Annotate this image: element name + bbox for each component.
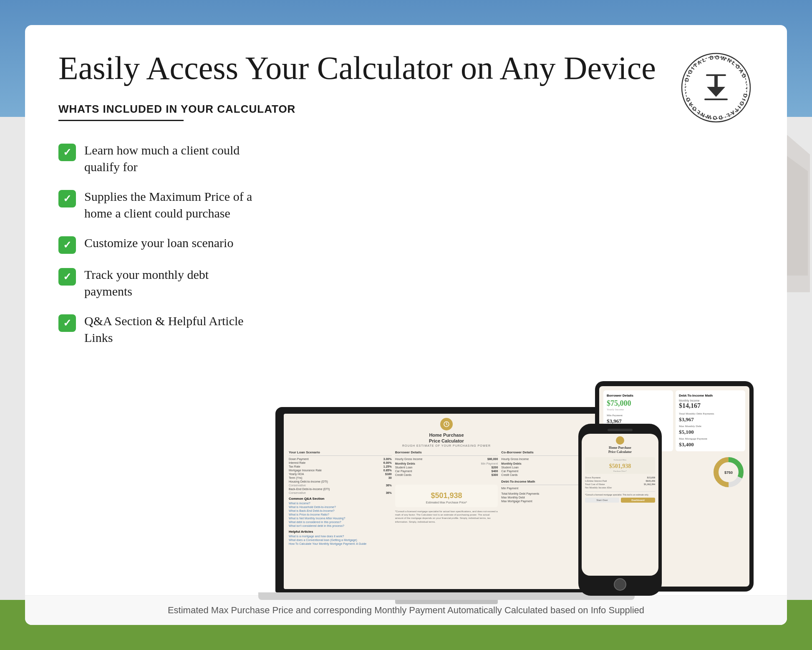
main-headline: Easily Access Your Calculator on Any Dev… bbox=[58, 50, 670, 86]
top-section: Easily Access Your Calculator on Any Dev… bbox=[58, 50, 754, 138]
loan-section: Your Loan Scenario Down Payment3.00% Int… bbox=[289, 450, 392, 546]
calc-subtitle: ROUGH ESTIMATE OF YOUR PURCHASING POWER bbox=[289, 444, 604, 447]
feature-item-5: Q&A Section & Helpful Article Links bbox=[58, 313, 259, 346]
divider bbox=[58, 120, 184, 121]
svg-rect-7 bbox=[704, 99, 728, 100]
phone-body: Home PurchasePrice Calculator Estimated … bbox=[578, 424, 662, 596]
check-icon-2 bbox=[58, 190, 76, 207]
feature-text-5: Q&A Section & Helpful Article Links bbox=[84, 313, 259, 346]
qa-section: Common Q&A Section What is income? What … bbox=[289, 497, 392, 527]
laptop-screen-inner: Home PurchasePrice Calculator ROUGH ESTI… bbox=[284, 414, 609, 589]
check-icon-3 bbox=[58, 236, 76, 254]
phone-header: Home PurchasePrice Calculator bbox=[585, 436, 655, 455]
tablet-big-amount: $75,000 bbox=[607, 399, 670, 408]
check-icon-5 bbox=[58, 314, 76, 332]
feature-item-3: Customize your loan scenario bbox=[58, 235, 259, 254]
feature-text-4: Track your monthly debt payments bbox=[84, 266, 259, 300]
borrower-title: Borrower Details bbox=[395, 450, 498, 456]
feature-text-3: Customize your loan scenario bbox=[84, 235, 233, 252]
feature-text-1: Learn how much a client could qualify fo… bbox=[84, 142, 259, 176]
svg-rect-5 bbox=[714, 76, 718, 89]
laptop-stand bbox=[395, 600, 498, 604]
devices-area: Home PurchasePrice Calculator ROUGH ESTI… bbox=[275, 138, 754, 604]
estimated-label: Estimated Max Purchase Price* bbox=[398, 501, 495, 504]
calc-grid: Your Loan Scenario Down Payment3.00% Int… bbox=[289, 450, 604, 546]
loan-section-title: Your Loan Scenario bbox=[289, 450, 392, 456]
laptop-screen-outer: Home PurchasePrice Calculator ROUGH ESTI… bbox=[275, 407, 618, 592]
calc-title: Home PurchasePrice Calculator bbox=[289, 432, 604, 444]
articles-section: Helpful Articles What is a mortgage and … bbox=[289, 530, 392, 545]
phone-price: $501,938 bbox=[587, 463, 653, 470]
features-list: Learn how much a client could qualify fo… bbox=[58, 138, 259, 604]
feature-item-2: Supplies the Maximum Price of a home a c… bbox=[58, 188, 259, 222]
estimated-price: $501,938 bbox=[398, 491, 495, 500]
tablet-dti: Debt-To-Income Math Monthly Income $14,1… bbox=[676, 390, 745, 451]
calc-gold-icon bbox=[440, 418, 453, 430]
borrower-section: Borrower Details Hourly Gross Income$80,… bbox=[395, 450, 498, 546]
section-title: WHATS INCLUDED IN YOUR CALCULATOR bbox=[58, 103, 670, 116]
phone-device: Home PurchasePrice Calculator Estimated … bbox=[578, 424, 662, 596]
check-icon-4 bbox=[58, 268, 76, 286]
digital-download-badge: · DIGITAL DOWNLOAD · · DIGITAL DOWNLOAD … bbox=[678, 50, 754, 125]
phone-calc-title: Home PurchasePrice Calculator bbox=[585, 446, 655, 455]
check-icon-1 bbox=[58, 144, 76, 161]
headline-area: Easily Access Your Calculator on Any Dev… bbox=[58, 50, 670, 138]
feature-item-4: Track your monthly debt payments bbox=[58, 266, 259, 300]
svg-text:$750: $750 bbox=[724, 470, 733, 475]
feature-item-1: Learn how much a client could qualify fo… bbox=[58, 142, 259, 176]
phone-gold-icon bbox=[616, 436, 624, 445]
donut-chart: $750 bbox=[712, 455, 745, 489]
laptop-device: Home PurchasePrice Calculator ROUGH ESTI… bbox=[275, 407, 618, 604]
phone-screen: Home PurchasePrice Calculator Estimated … bbox=[582, 434, 658, 576]
content-row: Learn how much a client could qualify fo… bbox=[58, 138, 754, 604]
svg-rect-4 bbox=[706, 74, 726, 76]
main-card: Easily Access Your Calculator on Any Dev… bbox=[25, 25, 787, 625]
feature-text-2: Supplies the Maximum Price of a home a c… bbox=[84, 188, 259, 222]
